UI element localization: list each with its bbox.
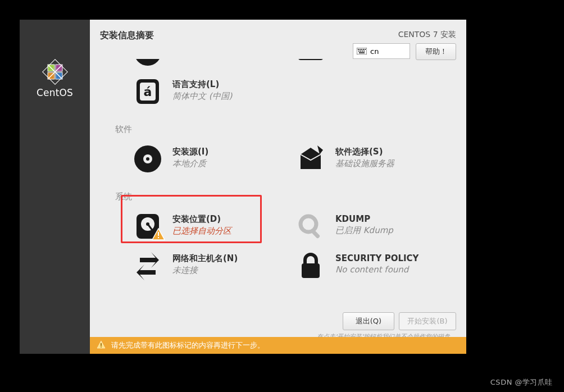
spoke-title: SECURITY POLICY: [335, 253, 419, 263]
spoke-status: 已选择自动分区: [172, 226, 231, 236]
package-icon: [295, 143, 326, 175]
svg-point-32: [301, 216, 316, 232]
svg-rect-30: [158, 232, 159, 236]
sidebar: CentOS: [20, 20, 90, 354]
disc-icon: [132, 143, 163, 175]
svg-rect-13: [365, 49, 366, 50]
svg-rect-34: [302, 263, 320, 278]
keyboard-icon: [357, 48, 367, 54]
svg-rect-17: [363, 51, 365, 52]
quit-button[interactable]: 退出(Q): [343, 312, 394, 330]
svg-rect-11: [361, 49, 362, 50]
svg-rect-35: [101, 343, 102, 346]
lock-icon: [295, 250, 326, 281]
centos-icon: [42, 59, 68, 85]
spoke-status: 基础设施服务器: [335, 158, 394, 169]
svg-rect-20: [298, 59, 323, 60]
spoke-status: 已启用 Kdump: [335, 225, 393, 236]
product-title: CENTOS 7 安装: [398, 30, 456, 40]
spoke-status: 未连接: [172, 265, 238, 276]
keyboard-layout-input[interactable]: cn: [353, 43, 410, 59]
svg-point-26: [146, 157, 149, 161]
svg-rect-18: [359, 52, 365, 53]
main-content: á 语言支持(L) 简体中文 (中国) 软件 安装源(I) 本地介质: [90, 59, 466, 320]
svg-rect-16: [362, 51, 363, 52]
spoke-title: KDUMP: [335, 214, 393, 224]
svg-rect-9: [358, 49, 359, 50]
svg-rect-12: [363, 49, 364, 50]
watermark: CSDN @学习爪哇: [490, 377, 553, 388]
svg-rect-15: [360, 51, 361, 52]
warning-icon: [151, 227, 166, 242]
network-icon: [132, 250, 163, 281]
footer: 退出(Q) 开始安装(B) 在点击'开始安装'按钮前我们并不会操作您的磁盘。: [90, 309, 466, 337]
datetime-icon: [132, 59, 163, 68]
spoke-title: 软件选择(S): [335, 147, 394, 157]
svg-rect-14: [358, 51, 360, 52]
svg-text:á: á: [144, 85, 152, 99]
spoke-status: 简体中文 (中国): [172, 91, 232, 102]
header: 安装信息摘要 CENTOS 7 安装 cn 帮助！: [90, 20, 466, 59]
keyboard-spoke-icon: [295, 59, 326, 68]
centos-logo: CentOS: [20, 59, 90, 98]
spoke-title: 语言支持(L): [172, 79, 232, 90]
spoke-title: 安装位置(D): [172, 214, 231, 225]
category-software: 软件: [115, 124, 132, 135]
spoke-title: 网络和主机名(N): [172, 253, 238, 264]
brand-text: CentOS: [20, 87, 90, 98]
installer-window: CentOS 安装信息摘要 CENTOS 7 安装 cn 帮助！: [20, 20, 466, 354]
svg-rect-10: [360, 49, 361, 50]
warning-bar[interactable]: 请先完成带有此图标标记的内容再进行下一步。: [90, 337, 466, 354]
svg-rect-31: [158, 237, 159, 238]
language-icon: á: [132, 76, 163, 107]
spoke-status: 本地介质: [172, 158, 208, 169]
warning-bar-icon: [97, 340, 106, 351]
begin-install-button: 开始安装(B): [399, 312, 456, 330]
keyboard-layout-value: cn: [370, 47, 379, 56]
page-title: 安装信息摘要: [100, 30, 154, 42]
svg-point-19: [134, 59, 161, 66]
svg-rect-36: [101, 347, 102, 348]
spoke-title: 安装源(I): [172, 147, 208, 157]
spoke-status: No content found: [335, 265, 419, 275]
help-button[interactable]: 帮助！: [416, 43, 456, 60]
magnifier-icon: [295, 211, 326, 242]
warning-bar-text: 请先完成带有此图标标记的内容再进行下一步。: [111, 340, 265, 350]
